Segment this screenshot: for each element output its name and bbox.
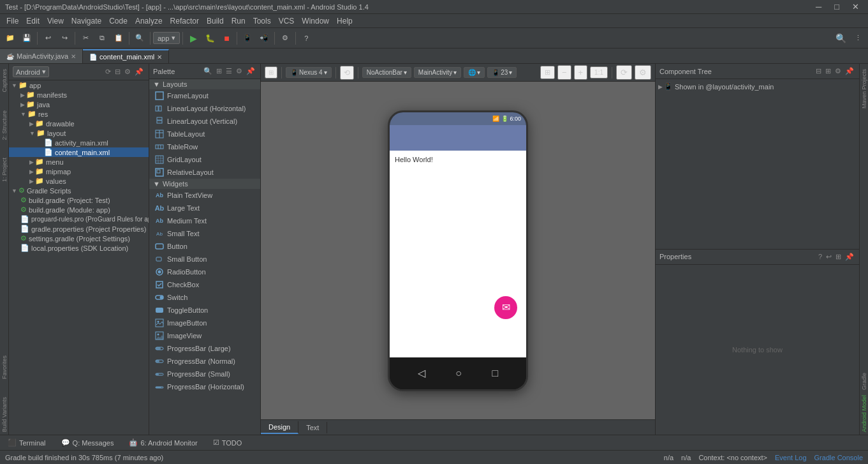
nav-recents-btn[interactable]: □ [492, 368, 499, 379]
menu-item-help[interactable]: Help [333, 15, 357, 27]
tree-item-content-main[interactable]: ▶ 📄 content_main.xml [9, 147, 149, 157]
tab-content-main-close[interactable]: ✕ [157, 54, 162, 61]
locale-dropdown[interactable]: 🌐 ▾ [464, 67, 485, 78]
close-btn[interactable]: ✕ [848, 2, 863, 11]
stop-btn[interactable]: ■ [219, 31, 234, 46]
tree-item-menu[interactable]: ▶ 📁 menu [9, 157, 149, 167]
sidebar-favorites[interactable]: Favorites [1, 353, 8, 382]
toolbar-undo-btn[interactable]: ↩ [40, 31, 55, 46]
run-btn[interactable]: ▶ [186, 31, 201, 46]
palette-item-plain-textview[interactable]: Ab Plain TextView [149, 189, 260, 202]
search-everywhere-btn[interactable]: 🔍 [833, 31, 849, 46]
tree-item-res[interactable]: ▼ 📁 res [9, 109, 149, 119]
menu-item-navigate[interactable]: Navigate [68, 15, 105, 27]
rotate-btn[interactable]: ⟲ [340, 66, 354, 80]
project-collapse-icon[interactable]: ⊟ [114, 67, 122, 77]
project-sync-icon[interactable]: ⟳ [104, 67, 112, 77]
menu-item-file[interactable]: File [3, 15, 22, 27]
avd-manager-btn[interactable]: 📲 [256, 31, 272, 46]
tree-item-java[interactable]: ▶ 📁 java [9, 100, 149, 109]
sidebar-structure[interactable]: 2: Structure [1, 108, 8, 143]
tree-item-local-properties[interactable]: 📄 local.properties (SDK Location) [9, 243, 149, 253]
menu-item-analyze[interactable]: Analyze [131, 15, 166, 27]
palette-item-gridlayout[interactable]: GridLayout [149, 153, 260, 166]
device-dropdown[interactable]: 📱 Nexus 4 ▾ [286, 67, 332, 78]
palette-item-button[interactable]: Button [149, 240, 260, 253]
menu-item-build[interactable]: Build [203, 15, 228, 27]
palette-item-linearlayout-h[interactable]: LinearLayout (Horizontal) [149, 102, 260, 115]
tree-item-drawable[interactable]: ▶ 📁 drawable [9, 119, 149, 128]
palette-item-framelayout[interactable]: FrameLayout [149, 89, 260, 102]
design-tb-toggle-btn[interactable]: ⊞ [265, 66, 277, 79]
palette-item-radiobutton[interactable]: RadioButton [149, 266, 260, 278]
palette-section-widgets[interactable]: ▼ Widgets [149, 179, 260, 189]
menu-item-vcs[interactable]: VCS [275, 15, 298, 27]
ct-settings-icon[interactable]: ⚙ [834, 66, 842, 76]
palette-item-small-button[interactable]: Small Button [149, 253, 260, 266]
tree-item-app[interactable]: ▼ 📁 app [9, 80, 149, 90]
menu-item-run[interactable]: Run [228, 15, 249, 27]
tree-item-gradle-scripts[interactable]: ▼ ⚙ Gradle Scripts [9, 186, 149, 195]
gradle-console-link[interactable]: Gradle Console [814, 454, 863, 461]
tab-design[interactable]: Design [261, 421, 298, 434]
palette-item-tablelayout[interactable]: TableLayout [149, 128, 260, 140]
palette-item-large-text[interactable]: Ab Large Text [149, 202, 260, 214]
toolbar-save-btn[interactable]: 💾 [19, 31, 34, 46]
palette-item-progressbar-large[interactable]: ProgressBar (Large) [149, 342, 260, 355]
project-view-dropdown[interactable]: Android ▾ [13, 66, 49, 77]
palette-item-checkbox[interactable]: CheckBox [149, 278, 260, 291]
palette-item-medium-text[interactable]: Ab Medium Text [149, 214, 260, 227]
fab-button[interactable]: ✉ [494, 296, 517, 319]
project-pin-icon[interactable]: 📌 [133, 67, 145, 77]
zoom-out-btn[interactable]: − [557, 65, 571, 80]
ct-pin-icon[interactable]: 📌 [844, 66, 855, 76]
palette-item-progressbar-normal[interactable]: ProgressBar (Normal) [149, 355, 260, 368]
refresh-btn[interactable]: ⟳ [616, 65, 632, 80]
bottom-tab-messages[interactable]: 💬 Q: Messages [54, 437, 122, 449]
zoom-in-btn[interactable]: + [574, 65, 588, 80]
project-settings-icon[interactable]: ⚙ [123, 67, 132, 77]
props-pin-icon[interactable]: 📌 [844, 252, 855, 262]
palette-item-linearlayout-v[interactable]: LinearLayout (Vertical) [149, 115, 260, 128]
toolbar-open-btn[interactable]: 📁 [3, 31, 18, 46]
sdk-manager-btn[interactable]: 📱 [240, 31, 255, 46]
activity-dropdown[interactable]: MainActivity ▾ [414, 67, 461, 78]
sidebar-captures[interactable]: Captures [1, 66, 8, 95]
ct-item-root[interactable]: ▶ 📱 Shown in @layout/activity_main [658, 82, 857, 91]
theme-dropdown[interactable]: NoActionBar ▾ [362, 67, 411, 78]
zoom-fit-btn[interactable]: ⊞ [540, 66, 555, 79]
tree-item-values[interactable]: ▶ 📁 values [9, 176, 149, 186]
palette-pin[interactable]: 📌 [245, 66, 256, 76]
palette-item-switch[interactable]: Switch [149, 291, 260, 304]
toolbar-copy-btn[interactable]: ⧉ [94, 31, 110, 46]
palette-section-layouts[interactable]: ▼ Layouts [149, 79, 260, 89]
palette-item-togglebutton[interactable]: ToggleButton [149, 304, 260, 317]
api-dropdown[interactable]: 📱 23 ▾ [487, 67, 517, 78]
nav-back-btn[interactable]: ◁ [418, 367, 425, 379]
props-undo-icon[interactable]: ↩ [825, 252, 833, 262]
menu-item-tools[interactable]: Tools [249, 15, 275, 27]
sidebar-gradle[interactable]: Gradle [860, 370, 868, 393]
palette-item-imagebutton[interactable]: ImageButton [149, 317, 260, 329]
palette-item-small-text[interactable]: Ab Small Text [149, 227, 260, 240]
toolbar-search-btn[interactable]: 🔍 [132, 31, 147, 46]
app-dropdown[interactable]: app ▾ [153, 32, 180, 44]
palette-icon-view[interactable]: ⊞ [215, 66, 223, 76]
sidebar-project[interactable]: 1: Project [1, 155, 8, 184]
bottom-tab-terminal[interactable]: ⬛ Terminal [0, 437, 54, 449]
tree-item-build-gradle-module[interactable]: ⚙ build.gradle (Module: app) [9, 205, 149, 214]
palette-item-tablerow[interactable]: TableRow [149, 140, 260, 153]
tree-item-gradle-properties[interactable]: 📄 gradle.properties (Project Properties) [9, 224, 149, 234]
props-filter-icon[interactable]: ⊞ [834, 252, 842, 262]
maximize-btn[interactable]: □ [830, 2, 843, 11]
menu-item-edit[interactable]: Edit [22, 15, 43, 27]
toolbar-redo-btn[interactable]: ↪ [57, 31, 72, 46]
event-log-link[interactable]: Event Log [775, 454, 807, 461]
toolbar-extra-btn[interactable]: ⋮ [850, 31, 865, 46]
palette-item-progressbar-horizontal[interactable]: ProgressBar (Horizontal) [149, 380, 260, 393]
toolbar-cut-btn[interactable]: ✂ [78, 31, 93, 46]
palette-search-icon[interactable]: 🔍 [202, 66, 214, 76]
tab-mainactivity-close[interactable]: ✕ [71, 53, 76, 60]
menu-item-window[interactable]: Window [298, 15, 333, 27]
bottom-tab-todo[interactable]: ☑ TODO [205, 437, 250, 449]
